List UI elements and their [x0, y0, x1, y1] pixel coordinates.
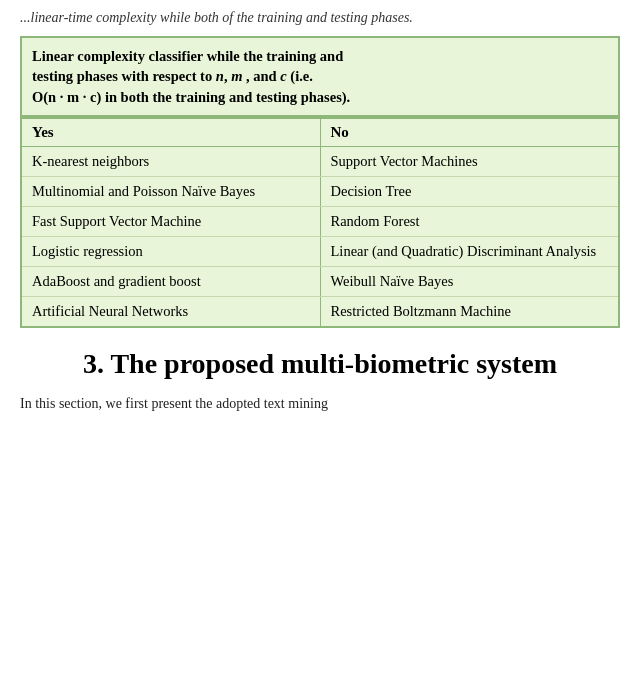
no-cell-1: Decision Tree — [320, 176, 618, 206]
col-header-no: No — [320, 118, 618, 147]
section-title: The proposed multi-biometric system — [110, 348, 557, 379]
no-cell-5: Restricted Boltzmann Machine — [320, 296, 618, 326]
yes-cell-3: Logistic regression — [22, 236, 320, 266]
no-cell-4: Weibull Naïve Bayes — [320, 266, 618, 296]
header-ie: (i.e. — [287, 68, 313, 84]
yes-cell-2: Fast Support Vector Machine — [22, 206, 320, 236]
section-heading: 3. The proposed multi-biometric system — [20, 346, 620, 381]
section-body-text: In this section, we first present the ad… — [20, 393, 620, 414]
no-cell-3: Linear (and Quadratic) Discriminant Anal… — [320, 236, 618, 266]
table-wrapper: Linear complexity classifier while the t… — [20, 36, 620, 328]
table-row: Multinomial and Poisson Naïve BayesDecis… — [22, 176, 618, 206]
classifier-table: Yes No K-nearest neighborsSupport Vector… — [22, 117, 618, 326]
header-line3: O(n · m · c) in both the training and te… — [32, 89, 350, 105]
no-cell-0: Support Vector Machines — [320, 146, 618, 176]
yes-cell-1: Multinomial and Poisson Naïve Bayes — [22, 176, 320, 206]
math-m: m — [231, 68, 242, 84]
header-line2-start: testing phases with respect to — [32, 68, 216, 84]
math-n: n — [216, 68, 224, 84]
yes-cell-0: K-nearest neighbors — [22, 146, 320, 176]
table-row: Fast Support Vector MachineRandom Forest — [22, 206, 618, 236]
table-row: Logistic regressionLinear (and Quadratic… — [22, 236, 618, 266]
col-header-yes: Yes — [22, 118, 320, 147]
page-container: ...linear-time complexity while both of … — [0, 0, 640, 424]
table-row: K-nearest neighborsSupport Vector Machin… — [22, 146, 618, 176]
table-row: AdaBoost and gradient boostWeibull Naïve… — [22, 266, 618, 296]
no-cell-2: Random Forest — [320, 206, 618, 236]
table-header: Linear complexity classifier while the t… — [22, 38, 618, 117]
section-number: 3. — [83, 348, 104, 379]
intro-text: ...linear-time complexity while both of … — [20, 10, 620, 26]
yes-cell-4: AdaBoost and gradient boost — [22, 266, 320, 296]
table-row: Artificial Neural NetworksRestricted Bol… — [22, 296, 618, 326]
header-line1: Linear complexity classifier while the t… — [32, 48, 343, 64]
header-and-c: , and — [242, 68, 280, 84]
yes-cell-5: Artificial Neural Networks — [22, 296, 320, 326]
